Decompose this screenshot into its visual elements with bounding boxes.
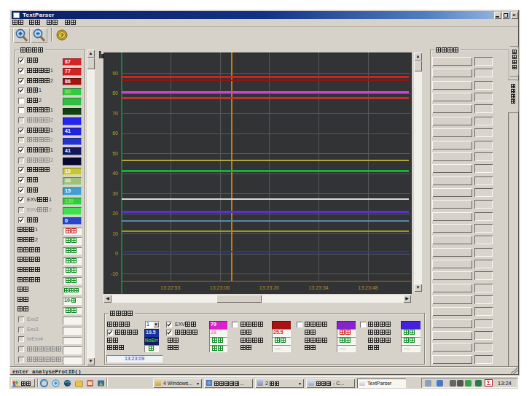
svg-text:?: ?	[60, 32, 64, 39]
